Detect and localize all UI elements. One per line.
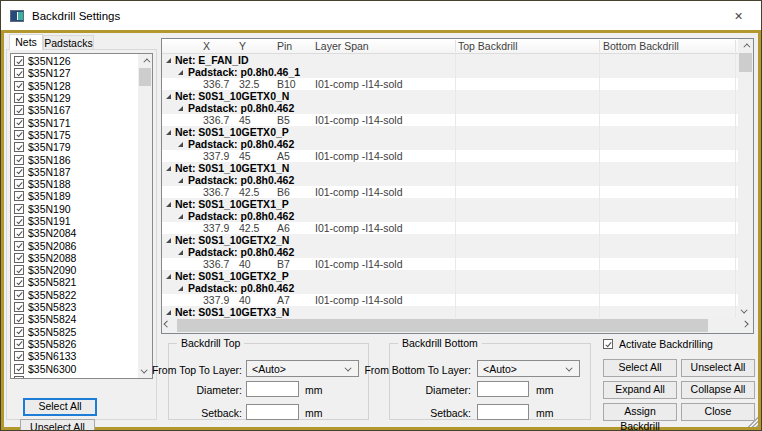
bottom-setback-input[interactable] (477, 404, 529, 420)
checkbox-icon[interactable] (14, 253, 24, 263)
net-list-item[interactable]: $35N2088 (11, 252, 138, 264)
scroll-down-button[interactable] (138, 365, 152, 378)
tree-row-padstack[interactable]: Padstack: p0.8h0.462 (162, 210, 738, 222)
tree-expander-icon[interactable] (178, 214, 183, 219)
tree-expander-icon[interactable] (178, 286, 183, 291)
column-header-y[interactable]: Y (239, 40, 246, 52)
net-list-item[interactable]: $35N2090 (11, 264, 138, 276)
checkbox-icon[interactable] (14, 376, 24, 378)
checkbox-icon[interactable] (14, 179, 24, 189)
net-list-item[interactable]: $35N5823 (11, 301, 138, 313)
resize-grip[interactable] (745, 414, 758, 427)
net-list-item[interactable]: $35N175 (11, 129, 138, 141)
tree-expander-icon[interactable] (166, 310, 171, 315)
scroll-right-button[interactable] (740, 318, 753, 333)
select-all-button[interactable]: Select All (603, 359, 677, 377)
checkbox-icon[interactable] (14, 155, 24, 165)
nets-unselect-all-button[interactable]: Unselect All (20, 419, 95, 431)
net-list-item[interactable]: $35N186 (11, 153, 138, 165)
checkbox-icon[interactable] (603, 339, 613, 349)
checkbox-icon[interactable] (14, 364, 24, 374)
tree-row-padstack[interactable]: Padstack: p0.8h0.462 (162, 246, 738, 258)
close-window-button[interactable]: × (716, 1, 761, 30)
tree-row-net[interactable]: Net: S0S1_10GETX1_P (162, 198, 738, 210)
checkbox-icon[interactable] (14, 142, 24, 152)
tree-row-pin[interactable]: 337.940A7I01-comp -I14-sold (162, 294, 738, 306)
tree-expander-icon[interactable] (166, 130, 171, 135)
checkbox-icon[interactable] (14, 265, 24, 275)
tree-expander-icon[interactable] (178, 106, 183, 111)
tree-row-net[interactable]: Net: S0S1_10GETX2_P (162, 270, 738, 282)
column-header-pin[interactable]: Pin (277, 40, 292, 52)
column-header-layer-span[interactable]: Layer Span (315, 40, 369, 52)
column-header-bottom-backdrill[interactable]: Bottom Backdrill (603, 40, 679, 52)
net-list-item[interactable]: $35N171 (11, 116, 138, 128)
tree-row-padstack[interactable]: Padstack: p0.8h0.462 (162, 282, 738, 294)
tree-row-pin[interactable]: 336.732.5B10I01-comp -I14-sold (162, 78, 738, 90)
net-list-item[interactable]: $35N2086 (11, 239, 138, 251)
net-list-item[interactable]: $35N5826 (11, 338, 138, 350)
tree-expander-icon[interactable] (178, 70, 183, 75)
activate-backdrilling-checkbox[interactable]: Activate Backdrilling (603, 338, 713, 350)
column-header-x[interactable]: X (203, 40, 210, 52)
checkbox-icon[interactable] (14, 93, 24, 103)
tree-row-padstack[interactable]: Padstack: p0.8h0.462 (162, 138, 738, 150)
tree-row-net[interactable]: Net: S0S1_10GETX2_N (162, 234, 738, 246)
scroll-left-button[interactable] (162, 318, 175, 333)
scroll-up-button[interactable] (738, 39, 753, 52)
net-list-item[interactable]: $35N128 (11, 80, 138, 92)
net-list-item[interactable]: $35N129 (11, 92, 138, 104)
tab-padstacks[interactable]: Padstacks (43, 35, 94, 50)
checkbox-icon[interactable] (14, 118, 24, 128)
scroll-up-button[interactable] (138, 54, 152, 67)
checkbox-icon[interactable] (14, 351, 24, 361)
net-list-item[interactable]: $35N5825 (11, 326, 138, 338)
scrollbar-thumb[interactable] (139, 68, 151, 86)
tree-row-padstack[interactable]: Padstack: p0.8h0.462 (162, 174, 738, 186)
checkbox-icon[interactable] (14, 204, 24, 214)
collapse-all-button[interactable]: Collapse All (681, 381, 755, 399)
checkbox-icon[interactable] (14, 241, 24, 251)
tree-row-pin[interactable]: 337.942.5A6I01-comp -I14-sold (162, 222, 738, 234)
net-list-item[interactable]: $35N179 (11, 141, 138, 153)
checkbox-icon[interactable] (14, 302, 24, 312)
bottom-diameter-input[interactable] (477, 381, 529, 397)
tree-expander-icon[interactable] (166, 274, 171, 279)
from-top-to-layer-select[interactable]: <Auto> (246, 360, 359, 377)
nets-list-scrollbar[interactable] (138, 54, 152, 378)
top-setback-input[interactable] (246, 404, 299, 420)
net-list-item[interactable]: $35N167 (11, 104, 138, 116)
assign-backdrill-button[interactable]: Assign Backdrill (603, 403, 677, 421)
close-button[interactable]: Close (681, 403, 755, 421)
tree-row-net[interactable]: Net: E_FAN_ID (162, 54, 738, 66)
checkbox-icon[interactable] (14, 81, 24, 91)
tree-expander-icon[interactable] (166, 166, 171, 171)
expand-all-button[interactable]: Expand All (603, 381, 677, 399)
tree-row-pin[interactable]: 336.740B7I01-comp -I14-sold (162, 258, 738, 270)
checkbox-icon[interactable] (14, 327, 24, 337)
tree-row-net[interactable]: Net: S0S1_10GETX0_P (162, 126, 738, 138)
net-list-item[interactable]: $35N2084 (11, 227, 138, 239)
checkbox-icon[interactable] (14, 105, 24, 115)
tab-nets[interactable]: Nets (9, 34, 43, 50)
net-list-item[interactable]: $35N187 (11, 166, 138, 178)
net-list-item[interactable]: $35N6300 (11, 362, 138, 374)
top-diameter-input[interactable] (246, 381, 299, 397)
tree-row-net[interactable]: Net: S0S1_10GETX0_N (162, 90, 738, 102)
net-list-item[interactable]: $35N127 (11, 67, 138, 79)
tree-row-padstack[interactable]: Padstack: p0.8h0.462 (162, 102, 738, 114)
scrollbar-thumb[interactable] (177, 319, 708, 332)
checkbox-icon[interactable] (14, 228, 24, 238)
nets-select-all-button[interactable]: Select All (23, 398, 97, 416)
tree-expander-icon[interactable] (178, 250, 183, 255)
tree-row-pin[interactable]: 336.745B5I01-comp -I14-sold (162, 114, 738, 126)
tree-row-pin[interactable]: 336.742.5B6I01-comp -I14-sold (162, 186, 738, 198)
checkbox-icon[interactable] (14, 68, 24, 78)
checkbox-icon[interactable] (14, 314, 24, 324)
checkbox-icon[interactable] (14, 216, 24, 226)
scrollbar-thumb[interactable] (739, 53, 752, 72)
tree-expander-icon[interactable] (166, 94, 171, 99)
tree-row-padstack[interactable]: Padstack: p0.8h0.46_1 (162, 66, 738, 78)
tree-expander-icon[interactable] (166, 202, 171, 207)
checkbox-icon[interactable] (14, 191, 24, 201)
